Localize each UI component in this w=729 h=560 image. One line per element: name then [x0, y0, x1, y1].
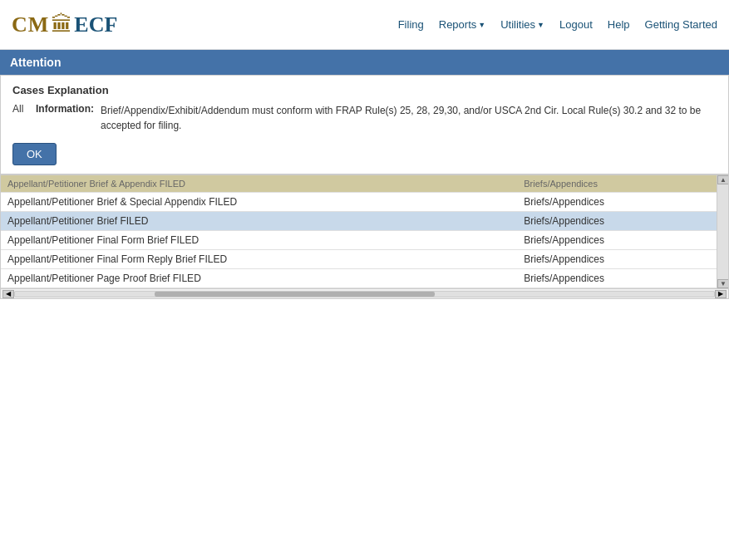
- nav: Filing Reports ▼ Utilities ▼ Logout Help…: [398, 18, 717, 31]
- cases-explanation-title: Cases Explanation: [12, 84, 717, 96]
- ok-button[interactable]: OK: [12, 143, 57, 165]
- table-cell-type: Appellant/Petitioner Final Form Brief FI…: [1, 231, 517, 250]
- nav-filing[interactable]: Filing: [398, 18, 424, 31]
- attention-box: Cases Explanation All Information: Brief…: [0, 75, 729, 174]
- utilities-dropdown-arrow: ▼: [537, 21, 544, 29]
- table-cell-category: Briefs/Appendices: [517, 250, 717, 269]
- nav-logout[interactable]: Logout: [559, 18, 593, 31]
- all-label: All: [12, 103, 29, 115]
- attention-info-row: All Information: Brief/Appendix/Exhibit/…: [12, 103, 717, 133]
- info-text: Brief/Appendix/Exhibit/Addendum must con…: [101, 103, 717, 133]
- table-cell-type: Appellant/Petitioner Brief FILED: [1, 212, 517, 231]
- table-cell-type: Appellant/Petitioner Page Proof Brief FI…: [1, 269, 517, 288]
- info-label: Information:: [36, 103, 94, 115]
- table-cell-type: Appellant/Petitioner Final Form Reply Br…: [1, 250, 517, 269]
- main-content: File a Document Case Number Wiser, Inc. …: [0, 50, 729, 212]
- document-table: Appellant/Petitioner Brief & Appendix FI…: [1, 175, 717, 288]
- logo-icon: 🏛: [51, 12, 72, 37]
- scrollbar-right-btn[interactable]: ▶: [715, 290, 727, 298]
- logo: CM 🏛 ECF: [12, 12, 117, 37]
- logo-cm: CM: [12, 12, 49, 37]
- scrollbar-x-track[interactable]: [14, 291, 715, 297]
- logo-ecf: ECF: [74, 12, 117, 37]
- attention-bar: Attention: [0, 50, 729, 75]
- table-cell-type: Appellant/Petitioner Brief & Special App…: [1, 193, 517, 212]
- table-cell-type: Appellant/Petitioner Brief & Appendix FI…: [1, 175, 517, 193]
- attention-overlay: Attention Cases Explanation All Informat…: [0, 50, 729, 212]
- scrollbar-y[interactable]: ▲ ▼: [717, 175, 728, 288]
- scrollbar-x-thumb: [155, 292, 434, 297]
- table-area: Appellant/Petitioner Brief & Appendix FI…: [0, 174, 729, 299]
- table-cell-category: Briefs/Appendices: [517, 175, 717, 193]
- table-row[interactable]: Appellant/Petitioner Brief & Special App…: [1, 193, 717, 212]
- table-row[interactable]: Appellant/Petitioner Page Proof Brief FI…: [1, 269, 717, 288]
- scrollbar-up-btn[interactable]: ▲: [717, 175, 729, 184]
- table-row[interactable]: Appellant/Petitioner Final Form Reply Br…: [1, 250, 717, 269]
- table-row[interactable]: Appellant/Petitioner Brief FILED Briefs/…: [1, 212, 717, 231]
- table-cell-category: Briefs/Appendices: [517, 212, 717, 231]
- reports-dropdown-arrow: ▼: [478, 21, 485, 29]
- header: CM 🏛 ECF Filing Reports ▼ Utilities ▼ Lo…: [0, 0, 729, 50]
- table-cell-category: Briefs/Appendices: [517, 193, 717, 212]
- table-cell-category: Briefs/Appendices: [517, 269, 717, 288]
- scrollbar-x[interactable]: ◀ ▶: [1, 288, 728, 298]
- table-row[interactable]: Appellant/Petitioner Brief & Appendix FI…: [1, 175, 717, 193]
- nav-reports[interactable]: Reports ▼: [439, 18, 485, 31]
- table-cell-category: Briefs/Appendices: [517, 231, 717, 250]
- table-scroll[interactable]: Appellant/Petitioner Brief & Appendix FI…: [1, 175, 717, 288]
- table-row[interactable]: Appellant/Petitioner Final Form Brief FI…: [1, 231, 717, 250]
- nav-help[interactable]: Help: [608, 18, 630, 31]
- nav-utilities[interactable]: Utilities ▼: [500, 18, 544, 31]
- scrollbar-down-btn[interactable]: ▼: [717, 279, 729, 288]
- scrollbar-left-btn[interactable]: ◀: [2, 290, 14, 298]
- nav-getting-started[interactable]: Getting Started: [645, 18, 717, 31]
